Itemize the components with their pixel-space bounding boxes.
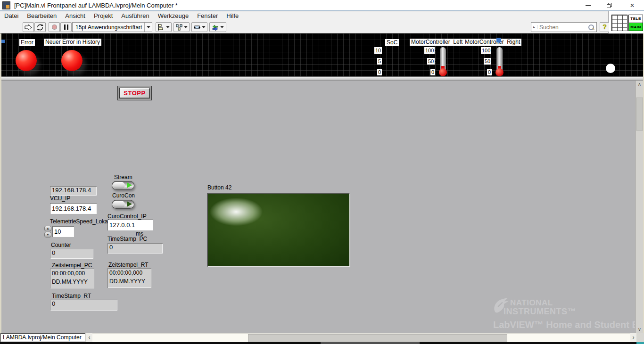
menu-hilfe[interactable]: Hilfe <box>222 11 243 21</box>
button42-label: Button 42 <box>207 184 231 191</box>
vcu-ip-label: VCU_IP <box>50 195 70 202</box>
chevron-down-icon <box>220 26 224 28</box>
connector-pane-icon[interactable] <box>611 15 627 31</box>
search-icon <box>587 24 595 31</box>
minimize-button[interactable] <box>577 0 599 11</box>
status-bar: LAMBDA.lvproj/Mein Computer ‹ › <box>0 333 644 342</box>
reorder-objects-icon <box>212 24 219 31</box>
menu-bar: Datei Bearbeiten Ansicht Projekt Ausführ… <box>0 11 608 21</box>
decrement-button[interactable]: ▼ <box>44 232 51 238</box>
reorder-objects-button[interactable] <box>209 22 226 32</box>
front-panel-header: Error Neuer Error in History SoC 10 5 0 … <box>0 33 644 76</box>
menu-ausfuehren[interactable]: Ausführen <box>117 11 153 21</box>
telemetrie-speed-input[interactable] <box>52 226 74 237</box>
font-selector-dropdown[interactable] <box>144 23 152 32</box>
soc-tick-5: 5 <box>377 58 385 65</box>
run-button[interactable] <box>23 22 34 32</box>
chevron-down-icon <box>184 26 188 28</box>
bottom-edge-accent <box>636 342 644 344</box>
motor-right-tick-50: 50 <box>484 58 494 65</box>
menu-fenster[interactable]: Fenster <box>193 11 222 21</box>
align-objects-icon <box>158 24 165 31</box>
pause-button[interactable] <box>60 22 72 32</box>
vi-icon[interactable]: TELE MAIN <box>628 15 643 31</box>
restore-icon <box>607 3 612 8</box>
font-selector[interactable]: 15pt Anwendungsschriftart <box>72 22 152 32</box>
scroll-up-button[interactable]: ∧ <box>636 81 644 88</box>
zeitstempel-rt-date: DD.MM.YYYY <box>109 277 149 286</box>
counter-label: Counter <box>51 242 71 248</box>
toolbar: 15pt Anwendungsschriftart ▸ ? <box>0 21 608 33</box>
search-options-arrow-icon[interactable]: ▸ <box>531 25 537 29</box>
curocon-switch-knob <box>113 201 125 208</box>
resize-objects-icon <box>194 24 200 31</box>
bottom-edge-segment <box>321 342 420 344</box>
zeitstempel-rt-time: 00:00:00,000 <box>109 269 149 277</box>
timestamp-rt-indicator: 0 <box>50 300 117 311</box>
distribute-objects-button[interactable] <box>173 22 190 32</box>
button42[interactable] <box>207 193 350 267</box>
bottom-window-edge <box>0 342 644 344</box>
watermark-instruments: INSTRUMENTS™ <box>504 307 576 317</box>
labview-app-icon <box>2 1 10 9</box>
chevron-down-icon <box>202 26 206 28</box>
search-input[interactable] <box>537 24 587 31</box>
zeitstempel-pc-date: DD.MM.YYYY <box>52 278 92 286</box>
scroll-down-button[interactable]: ∨ <box>636 326 644 333</box>
zeitstempel-pc-label: Zeitstempel_PC <box>52 262 92 269</box>
white-indicator-dot <box>606 64 615 73</box>
curocontrol-ip-input[interactable] <box>107 220 153 230</box>
vi-icon-top-label: TELE <box>629 15 643 23</box>
menu-bearbeiten[interactable]: Bearbeiten <box>23 11 61 21</box>
horizontal-scroll-thumb[interactable] <box>248 334 507 342</box>
curocon-switch[interactable] <box>112 200 134 209</box>
pause-icon <box>64 25 68 30</box>
execution-target-box[interactable]: LAMBDA.lvproj/Mein Computer <box>0 333 85 342</box>
zeitstempel-pc-indicator: 00:00:00,000 DD.MM.YYYY <box>50 269 94 288</box>
stop-button-frame: STOPP <box>117 86 152 100</box>
error-led-label: Error <box>19 39 35 46</box>
stream-switch-label: Stream <box>114 174 132 180</box>
vertical-scroll-thumb[interactable] <box>636 98 643 131</box>
stream-switch[interactable] <box>112 181 134 190</box>
horizontal-scrollbar[interactable] <box>92 333 630 342</box>
run-continuously-button[interactable] <box>34 22 46 32</box>
selection-handle <box>1 40 5 43</box>
timestamp-rt-label: TimeStamp_RT <box>52 293 91 299</box>
label-selection-handle <box>496 38 501 42</box>
zeitstempel-pc-time: 00:00:00,000 <box>52 269 92 278</box>
zeitstempel-rt-label: Zeitstempel_RT <box>108 262 148 268</box>
stop-button[interactable]: STOPP <box>119 88 150 98</box>
chevron-down-icon <box>166 26 170 28</box>
motor-left-thermometer-bulb <box>439 68 447 76</box>
search-box: ▸ <box>531 22 597 32</box>
motor-right-tick-100: 100 <box>481 47 494 54</box>
scroll-right-button[interactable]: › <box>630 333 636 342</box>
soc-tick-0: 0 <box>377 69 385 75</box>
align-objects-button[interactable] <box>156 22 172 32</box>
scrollbar-corner <box>636 333 644 342</box>
distribute-objects-icon <box>176 24 182 31</box>
counter-indicator: 0 <box>50 249 93 259</box>
restore-button[interactable] <box>599 0 620 11</box>
chevron-down-icon <box>147 26 150 28</box>
motor-left-tick-100: 100 <box>424 47 438 54</box>
vi-icon-bottom-label: MAIN <box>629 23 643 31</box>
menu-projekt[interactable]: Projekt <box>90 11 117 21</box>
menu-datei[interactable]: Datei <box>0 11 23 21</box>
window-title: [PC]Main.vi Frontpanel auf LAMBDA.lvproj… <box>14 0 178 11</box>
increment-button[interactable]: ▲ <box>44 226 51 231</box>
scroll-left-button[interactable]: ‹ <box>86 333 92 342</box>
abort-button[interactable] <box>49 22 60 32</box>
stream-switch-on-icon <box>127 182 132 188</box>
close-button[interactable]: × <box>620 0 644 11</box>
telemetrie-speed-stepper: ▲ ▼ <box>44 226 51 238</box>
help-button[interactable]: ? <box>600 22 610 32</box>
menu-werkzeuge[interactable]: Werkzeuge <box>154 11 193 21</box>
zeitstempel-rt-indicator: 00:00:00,000 DD.MM.YYYY <box>107 268 151 288</box>
vertical-scrollbar[interactable]: ∧ ∨ <box>635 81 643 333</box>
vcu-ip-input[interactable] <box>50 203 97 214</box>
curocontrol-ip-label: CuroControl_IP <box>107 213 147 220</box>
menu-ansicht[interactable]: Ansicht <box>61 11 90 21</box>
resize-objects-button[interactable] <box>191 22 207 32</box>
